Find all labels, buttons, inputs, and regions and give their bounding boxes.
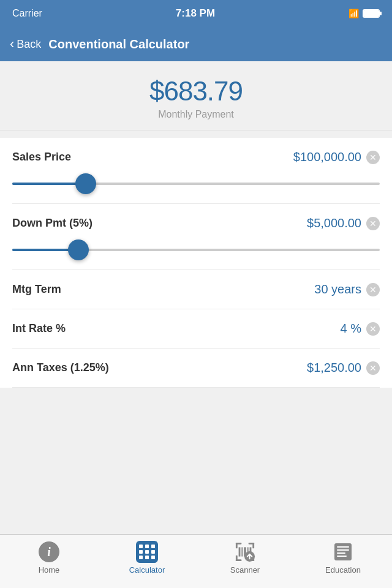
time-label: 7:18 PM	[176, 7, 215, 20]
down-pmt-row: Down Pmt (5%) $5,000.00 ✕	[12, 204, 380, 270]
calculator-tab-label: Calculator	[129, 565, 165, 575]
sales-price-slider[interactable]	[12, 172, 380, 201]
mtg-term-clear-button[interactable]: ✕	[366, 283, 380, 296]
sales-price-label: Sales Price	[12, 151, 71, 164]
sales-price-clear-button[interactable]: ✕	[366, 151, 380, 164]
int-rate-clear-button[interactable]: ✕	[366, 322, 380, 336]
svg-rect-15	[337, 546, 349, 548]
down-pmt-value: $5,000.00	[307, 216, 361, 230]
payment-section: $683.79 Monthly Payment	[0, 61, 392, 130]
mtg-term-row: Mtg Term 30 years ✕	[12, 270, 380, 309]
back-label: Back	[17, 38, 41, 51]
carrier-label: Carrier	[12, 8, 42, 19]
home-tab-icon: i	[38, 541, 60, 563]
down-pmt-slider[interactable]	[12, 238, 380, 267]
tab-home[interactable]: i Home	[0, 540, 98, 575]
calculator-content: Sales Price $100,000.00 ✕ Down Pmt (5%) …	[0, 138, 392, 388]
education-tab-icon	[332, 541, 354, 563]
int-rate-value: 4 %	[341, 322, 361, 336]
tab-bar: i Home Calculator	[0, 534, 392, 588]
battery-icon	[363, 9, 380, 18]
ann-taxes-value: $1,250.00	[307, 361, 361, 375]
scanner-tab-label: Scanner	[230, 565, 260, 575]
mtg-term-value: 30 years	[314, 282, 361, 296]
svg-rect-5	[236, 556, 238, 561]
svg-rect-9	[241, 547, 243, 556]
education-icon	[332, 541, 354, 563]
svg-rect-14	[334, 543, 352, 560]
svg-rect-16	[337, 549, 349, 551]
down-pmt-clear-button[interactable]: ✕	[366, 217, 380, 230]
nav-bar: ‹ Back Conventional Calculator	[0, 27, 392, 61]
home-tab-label: Home	[39, 565, 60, 575]
scanner-tab-icon	[234, 541, 256, 563]
back-button[interactable]: ‹ Back	[10, 37, 41, 51]
int-rate-row: Int Rate % 4 % ✕	[12, 309, 380, 349]
ann-taxes-clear-button[interactable]: ✕	[366, 361, 380, 375]
sales-price-value: $100,000.00	[293, 150, 361, 164]
calculator-tab-icon	[136, 541, 158, 563]
calc-icon	[136, 541, 158, 563]
scanner-icon	[235, 541, 255, 562]
down-pmt-label: Down Pmt (5%)	[12, 217, 92, 230]
wifi-icon: 📶	[349, 9, 359, 18]
svg-rect-18	[337, 556, 347, 557]
page-title: Conventional Calculator	[48, 37, 189, 51]
tab-education[interactable]: Education	[294, 540, 392, 575]
mtg-term-label: Mtg Term	[12, 283, 61, 296]
int-rate-label: Int Rate %	[12, 322, 66, 335]
education-tab-label: Education	[325, 565, 361, 575]
status-bar: Carrier 7:18 PM 📶	[0, 0, 392, 27]
status-icons: 📶	[349, 9, 380, 18]
svg-rect-8	[239, 547, 241, 556]
info-icon: i	[39, 541, 59, 562]
svg-rect-1	[236, 543, 238, 548]
tab-scanner[interactable]: Scanner	[196, 540, 294, 575]
svg-rect-3	[252, 543, 254, 548]
monthly-payment-label: Monthly Payment	[10, 109, 382, 120]
sales-price-row: Sales Price $100,000.00 ✕	[12, 138, 380, 204]
ann-taxes-label: Ann Taxes (1.25%)	[12, 361, 109, 374]
ann-taxes-row: Ann Taxes (1.25%) $1,250.00 ✕	[12, 349, 380, 388]
svg-rect-17	[337, 552, 345, 554]
chevron-left-icon: ‹	[10, 37, 14, 51]
tab-calculator[interactable]: Calculator	[98, 540, 196, 575]
monthly-payment-amount: $683.79	[10, 76, 382, 107]
